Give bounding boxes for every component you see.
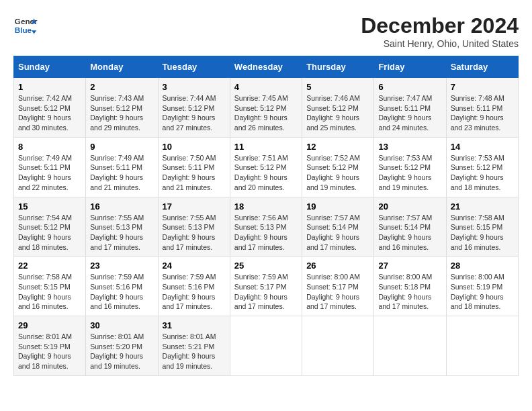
day-number: 4: [234, 82, 298, 92]
calendar-cell: 2Sunrise: 7:43 AM Sunset: 5:12 PM Daylig…: [86, 78, 158, 138]
day-info: Sunrise: 7:59 AM Sunset: 5:17 PM Dayligh…: [234, 272, 298, 312]
calendar-cell: 24Sunrise: 7:59 AM Sunset: 5:16 PM Dayli…: [158, 257, 230, 316]
day-number: 8: [18, 142, 81, 152]
day-info: Sunrise: 7:50 AM Sunset: 5:11 PM Dayligh…: [163, 153, 226, 193]
calendar-cell: 15Sunrise: 7:54 AM Sunset: 5:12 PM Dayli…: [14, 197, 86, 257]
calendar-cell: 13Sunrise: 7:53 AM Sunset: 5:12 PM Dayli…: [374, 137, 446, 197]
day-number: 9: [90, 142, 153, 152]
calendar-cell: 30Sunrise: 8:01 AM Sunset: 5:20 PM Dayli…: [86, 316, 158, 376]
calendar-row: 22Sunrise: 7:58 AM Sunset: 5:15 PM Dayli…: [14, 257, 519, 316]
day-number: 10: [163, 142, 226, 152]
day-number: 23: [90, 261, 153, 271]
day-info: Sunrise: 7:58 AM Sunset: 5:15 PM Dayligh…: [451, 213, 514, 253]
calendar-cell: 7Sunrise: 7:48 AM Sunset: 5:11 PM Daylig…: [446, 78, 518, 138]
calendar-cell: 28Sunrise: 8:00 AM Sunset: 5:19 PM Dayli…: [446, 257, 518, 316]
calendar-header-row: Sunday Monday Tuesday Wednesday Thursday…: [14, 56, 519, 78]
title-area: December 2024 Saint Henry, Ohio, United …: [361, 13, 519, 49]
calendar-cell: 8Sunrise: 7:49 AM Sunset: 5:11 PM Daylig…: [14, 137, 86, 197]
day-info: Sunrise: 7:49 AM Sunset: 5:11 PM Dayligh…: [18, 153, 81, 193]
day-info: Sunrise: 7:49 AM Sunset: 5:11 PM Dayligh…: [90, 153, 153, 193]
calendar-cell: 31Sunrise: 8:01 AM Sunset: 5:21 PM Dayli…: [158, 316, 230, 376]
day-number: 15: [18, 201, 81, 212]
day-info: Sunrise: 8:01 AM Sunset: 5:21 PM Dayligh…: [163, 332, 226, 371]
day-info: Sunrise: 7:55 AM Sunset: 5:13 PM Dayligh…: [90, 213, 153, 253]
day-info: Sunrise: 8:00 AM Sunset: 5:19 PM Dayligh…: [451, 272, 514, 312]
calendar-cell: 29Sunrise: 8:01 AM Sunset: 5:19 PM Dayli…: [14, 316, 86, 376]
day-info: Sunrise: 7:43 AM Sunset: 5:12 PM Dayligh…: [90, 93, 153, 133]
day-info: Sunrise: 7:47 AM Sunset: 5:11 PM Dayligh…: [378, 93, 441, 133]
day-info: Sunrise: 7:44 AM Sunset: 5:12 PM Dayligh…: [163, 93, 226, 133]
col-wednesday: Wednesday: [230, 56, 302, 78]
day-number: 27: [378, 261, 441, 271]
day-info: Sunrise: 7:46 AM Sunset: 5:12 PM Dayligh…: [306, 93, 369, 133]
col-sunday: Sunday: [14, 56, 86, 78]
calendar-cell: 19Sunrise: 7:57 AM Sunset: 5:14 PM Dayli…: [302, 197, 374, 257]
day-number: 20: [378, 201, 441, 212]
day-number: 22: [18, 261, 81, 271]
day-info: Sunrise: 7:59 AM Sunset: 5:16 PM Dayligh…: [163, 272, 226, 312]
day-number: 29: [18, 320, 81, 330]
day-info: Sunrise: 7:51 AM Sunset: 5:12 PM Dayligh…: [234, 153, 298, 193]
day-info: Sunrise: 8:01 AM Sunset: 5:19 PM Dayligh…: [18, 332, 81, 371]
calendar-cell: [230, 316, 302, 376]
day-info: Sunrise: 7:52 AM Sunset: 5:12 PM Dayligh…: [306, 153, 369, 193]
calendar-cell: 11Sunrise: 7:51 AM Sunset: 5:12 PM Dayli…: [230, 137, 302, 197]
day-number: 18: [234, 201, 298, 212]
calendar-cell: 18Sunrise: 7:56 AM Sunset: 5:13 PM Dayli…: [230, 197, 302, 257]
calendar-cell: 25Sunrise: 7:59 AM Sunset: 5:17 PM Dayli…: [230, 257, 302, 316]
day-number: 2: [90, 82, 153, 92]
day-info: Sunrise: 7:53 AM Sunset: 5:12 PM Dayligh…: [378, 153, 441, 193]
col-saturday: Saturday: [446, 56, 518, 78]
day-number: 19: [306, 201, 369, 212]
day-info: Sunrise: 7:55 AM Sunset: 5:13 PM Dayligh…: [163, 213, 226, 253]
calendar-cell: 10Sunrise: 7:50 AM Sunset: 5:11 PM Dayli…: [158, 137, 230, 197]
col-monday: Monday: [86, 56, 158, 78]
day-number: 6: [378, 82, 441, 92]
day-number: 24: [163, 261, 226, 271]
calendar-cell: [374, 316, 446, 376]
day-number: 11: [234, 142, 298, 152]
calendar-cell: 17Sunrise: 7:55 AM Sunset: 5:13 PM Dayli…: [158, 197, 230, 257]
day-number: 25: [234, 261, 298, 271]
col-thursday: Thursday: [302, 56, 374, 78]
calendar-cell: 21Sunrise: 7:58 AM Sunset: 5:15 PM Dayli…: [446, 197, 518, 257]
page-header: General Blue December 2024 Saint Henry, …: [13, 13, 519, 49]
logo: General Blue: [13, 13, 38, 38]
calendar-cell: 1Sunrise: 7:42 AM Sunset: 5:12 PM Daylig…: [14, 78, 86, 138]
calendar-cell: 3Sunrise: 7:44 AM Sunset: 5:12 PM Daylig…: [158, 78, 230, 138]
calendar-row: 8Sunrise: 7:49 AM Sunset: 5:11 PM Daylig…: [14, 137, 519, 197]
day-info: Sunrise: 7:42 AM Sunset: 5:12 PM Dayligh…: [18, 93, 81, 133]
calendar-cell: 20Sunrise: 7:57 AM Sunset: 5:14 PM Dayli…: [374, 197, 446, 257]
calendar-cell: 9Sunrise: 7:49 AM Sunset: 5:11 PM Daylig…: [86, 137, 158, 197]
day-number: 14: [451, 142, 514, 152]
day-info: Sunrise: 8:00 AM Sunset: 5:17 PM Dayligh…: [306, 272, 369, 312]
calendar-row: 29Sunrise: 8:01 AM Sunset: 5:19 PM Dayli…: [14, 316, 519, 376]
day-number: 16: [90, 201, 153, 212]
location-subtitle: Saint Henry, Ohio, United States: [361, 38, 519, 49]
calendar-table: Sunday Monday Tuesday Wednesday Thursday…: [13, 56, 519, 376]
day-number: 1: [18, 82, 81, 92]
day-info: Sunrise: 7:56 AM Sunset: 5:13 PM Dayligh…: [234, 213, 298, 253]
day-number: 31: [163, 320, 226, 330]
calendar-row: 15Sunrise: 7:54 AM Sunset: 5:12 PM Dayli…: [14, 197, 519, 257]
day-number: 12: [306, 142, 369, 152]
day-number: 17: [163, 201, 226, 212]
day-info: Sunrise: 7:58 AM Sunset: 5:15 PM Dayligh…: [18, 272, 81, 312]
day-number: 13: [378, 142, 441, 152]
logo-icon: General Blue: [13, 13, 38, 38]
col-friday: Friday: [374, 56, 446, 78]
day-info: Sunrise: 7:59 AM Sunset: 5:16 PM Dayligh…: [90, 272, 153, 312]
calendar-cell: 6Sunrise: 7:47 AM Sunset: 5:11 PM Daylig…: [374, 78, 446, 138]
day-info: Sunrise: 8:00 AM Sunset: 5:18 PM Dayligh…: [378, 272, 441, 312]
day-info: Sunrise: 7:48 AM Sunset: 5:11 PM Dayligh…: [451, 93, 514, 133]
svg-text:Blue: Blue: [15, 26, 32, 34]
day-number: 21: [451, 201, 514, 212]
calendar-cell: 14Sunrise: 7:53 AM Sunset: 5:12 PM Dayli…: [446, 137, 518, 197]
col-tuesday: Tuesday: [158, 56, 230, 78]
calendar-cell: [302, 316, 374, 376]
day-info: Sunrise: 8:01 AM Sunset: 5:20 PM Dayligh…: [90, 332, 153, 371]
month-title: December 2024: [361, 13, 519, 38]
day-number: 3: [163, 82, 226, 92]
day-number: 28: [451, 261, 514, 271]
day-info: Sunrise: 7:45 AM Sunset: 5:12 PM Dayligh…: [234, 93, 298, 133]
